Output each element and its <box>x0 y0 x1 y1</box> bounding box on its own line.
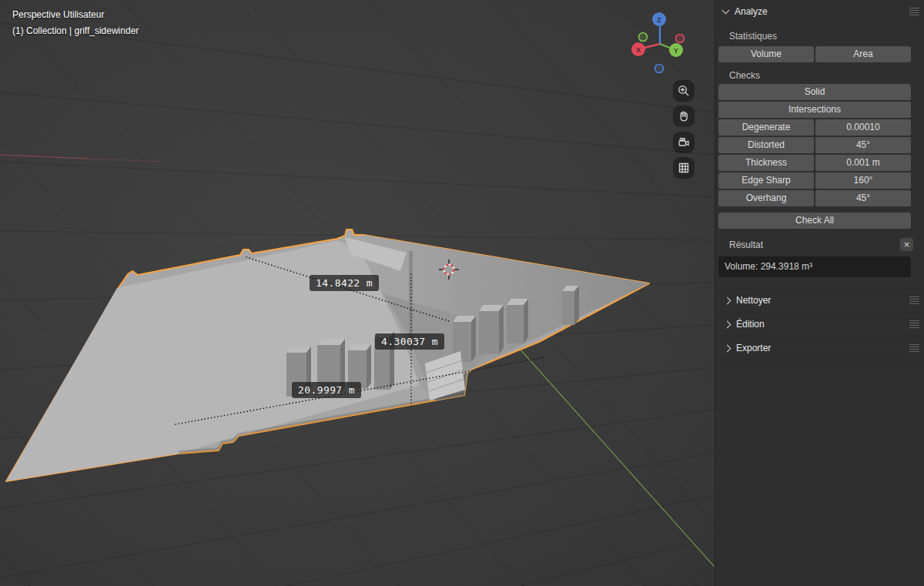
panel-title: Nettoyer <box>736 295 771 306</box>
edge-sharp-value-field[interactable]: 160° <box>815 172 911 189</box>
panel-header-analyze[interactable]: Analyze <box>715 0 924 23</box>
view-perspective-label: Perspective Utilisateur <box>12 9 104 20</box>
grid-ortho-button[interactable] <box>673 157 695 179</box>
chevron-right-icon <box>724 344 732 352</box>
panel-title: Édition <box>736 319 765 330</box>
panel-grip-icon[interactable] <box>909 320 919 329</box>
overhang-check-button[interactable]: Overhang <box>718 190 814 206</box>
active-collection-label: (1) Collection | griff_sidewinder <box>12 25 139 36</box>
check-all-button[interactable]: Check All <box>718 213 911 229</box>
zoom-button[interactable] <box>673 80 695 102</box>
blender-window: Perspective Utilisateur (1) Collection |… <box>0 0 924 586</box>
chevron-right-icon <box>724 320 732 328</box>
volume-result-value: Volume: 294.3918 m³ <box>718 256 911 277</box>
measurement-label: 14.8422 m <box>310 275 379 291</box>
grid-ortho-icon <box>677 161 691 175</box>
zoom-in-icon <box>677 84 691 98</box>
area-button[interactable]: Area <box>815 46 911 62</box>
panel-title: Analyze <box>735 6 768 17</box>
ship-model[interactable] <box>6 229 649 481</box>
intersections-check-button[interactable]: Intersections <box>718 102 911 118</box>
panel-title: Exporter <box>736 343 771 353</box>
axis-ball-neg-x[interactable] <box>676 35 685 43</box>
statistics-label: Statistiques <box>729 31 912 42</box>
thickness-check-button[interactable]: Thickness <box>718 155 814 171</box>
axis-ball-neg-y[interactable] <box>639 33 648 42</box>
volume-button[interactable]: Volume <box>718 46 814 62</box>
panel-header-exporter[interactable]: Exporter <box>715 337 924 360</box>
navigation-gizmo[interactable]: Z X Y <box>631 9 690 77</box>
measurement-label: 4.30037 m <box>375 333 444 350</box>
panel-header-edition[interactable]: Édition <box>715 313 924 337</box>
camera-view-icon <box>677 136 691 149</box>
camera-view-button[interactable] <box>673 132 695 153</box>
svg-text:Y: Y <box>674 47 678 55</box>
checks-label: Checks <box>729 70 912 81</box>
close-result-button[interactable]: × <box>900 238 913 251</box>
axis-ball-z[interactable]: Z <box>652 12 666 26</box>
pan-button[interactable] <box>673 105 695 127</box>
viewport-canvas[interactable] <box>0 0 715 586</box>
overhang-value-field[interactable]: 45° <box>815 190 911 206</box>
svg-text:X: X <box>636 46 641 54</box>
panel-header-nettoyer[interactable]: Nettoyer <box>715 289 924 313</box>
close-icon: × <box>904 239 910 249</box>
axis-ball-neg-z[interactable] <box>655 65 664 73</box>
axis-x-line <box>0 155 162 162</box>
degenerate-value-field[interactable]: 0.00010 <box>815 119 911 136</box>
3d-viewport[interactable]: Perspective Utilisateur (1) Collection |… <box>0 0 715 586</box>
chevron-down-icon <box>722 7 730 15</box>
panel-grip-icon[interactable] <box>909 344 919 353</box>
panel-grip-icon[interactable] <box>909 8 919 16</box>
solid-check-button[interactable]: Solid <box>718 84 911 100</box>
degenerate-check-button[interactable]: Degenerate <box>718 119 814 136</box>
chevron-right-icon <box>724 296 732 304</box>
svg-text:Z: Z <box>657 16 661 24</box>
distorted-check-button[interactable]: Distorted <box>718 137 814 153</box>
thickness-value-field[interactable]: 0.001 m <box>815 155 911 171</box>
result-label: Résultat <box>729 239 763 250</box>
edge-sharp-check-button[interactable]: Edge Sharp <box>718 172 814 189</box>
axis-ball-x[interactable]: X <box>631 42 645 56</box>
panel-grip-icon[interactable] <box>909 296 919 305</box>
axis-ball-y[interactable]: Y <box>669 43 683 57</box>
distorted-value-field[interactable]: 45° <box>815 137 911 153</box>
measurement-label: 20.9997 m <box>292 382 361 398</box>
sidebar-panel: Analyze Statistiques Volume Area Checks … <box>715 0 924 586</box>
pan-hand-icon <box>677 109 691 123</box>
